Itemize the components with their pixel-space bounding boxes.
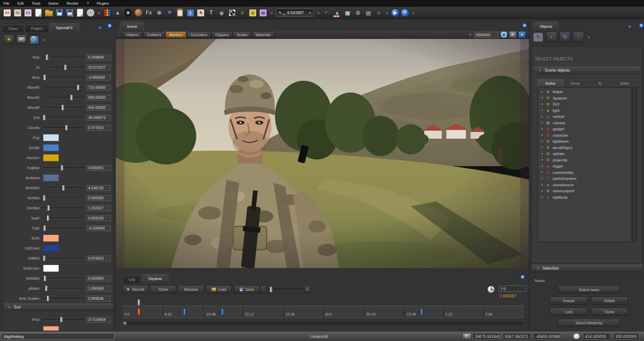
sun-param-value[interactable]: 37.514904 — [87, 317, 111, 323]
slider-handle[interactable] — [60, 317, 63, 323]
object-type-row-gadget[interactable]: ▼♟gadget — [538, 126, 631, 132]
world-tool-icon[interactable] — [29, 35, 40, 45]
disc-icon[interactable] — [86, 8, 95, 17]
slider-handle[interactable] — [46, 54, 49, 60]
object-type-row-character[interactable]: ▼♟character — [538, 132, 631, 139]
toolbar-overflow-icon[interactable]: » — [386, 10, 388, 15]
select-hierarchy-button[interactable]: Select Hierarchy — [558, 319, 620, 327]
scene-objects-header[interactable]: ▼ Scene objects — [534, 67, 640, 74]
save-as-icon[interactable]: As — [65, 8, 74, 17]
fx-param-value[interactable]: 0.000000 — [87, 195, 111, 201]
timeline-scrollbar[interactable] — [122, 321, 524, 326]
clone-button[interactable]: Clone — [591, 308, 628, 316]
object-type-row-helper[interactable]: ▼⚙helper — [538, 89, 631, 95]
s2-file-icon[interactable]: S2 — [3, 8, 12, 17]
select-arrow-icon[interactable]: ↖ — [533, 32, 544, 42]
selection-header[interactable]: ▼ Selection — [532, 265, 643, 272]
lock-button[interactable]: Lock — [550, 308, 587, 316]
expand-right-icon[interactable]: ▶ — [629, 24, 632, 29]
note-yellow-icon[interactable]: ▤ — [248, 8, 257, 17]
slider-handle[interactable] — [61, 105, 64, 111]
fx-param-color-swatch[interactable] — [43, 144, 59, 151]
expand-arrow-icon[interactable]: ▼ — [541, 146, 543, 149]
keyboard-icon[interactable]: ▤ — [364, 8, 373, 17]
undo-icon[interactable]: ↶ — [322, 8, 331, 17]
camera-tool-icon[interactable] — [16, 35, 27, 45]
tab-log[interactable]: Log — [122, 275, 141, 283]
new-file-icon[interactable] — [34, 8, 43, 17]
fx-param-value[interactable]: 0.999536 — [87, 296, 111, 301]
expand-arrow-icon[interactable]: ▼ — [541, 165, 543, 168]
detach-daytime-icon[interactable]: × — [520, 275, 525, 280]
fx-param-slider[interactable] — [43, 54, 84, 61]
fx-param-slider[interactable] — [43, 255, 84, 262]
clone-button[interactable]: Clone — [150, 285, 176, 293]
fx-param-value[interactable]: 0.093233 — [87, 215, 111, 221]
hierarchy-icon[interactable]: ╬ — [186, 8, 195, 17]
object-type-row-particlesystem[interactable]: ▼*particlesystem — [538, 176, 631, 182]
fx-param-slider[interactable] — [43, 124, 84, 131]
remove-button[interactable]: Remove — [178, 285, 204, 293]
menu-plugins[interactable]: Plugins — [97, 1, 109, 5]
slider-handle[interactable] — [43, 195, 46, 201]
fx-param-slider[interactable] — [43, 214, 84, 222]
snowflake-icon[interactable]: ❄ — [374, 8, 383, 17]
toolbar-overflow-icon[interactable]: » — [43, 37, 45, 42]
expand-arrow-icon[interactable]: ▼ — [541, 140, 543, 143]
slider-handle[interactable] — [47, 295, 50, 301]
tab-objects[interactable]: Objects — [533, 22, 558, 31]
status-key-input[interactable]: daytimekey — [1, 333, 114, 340]
object-type-row-trigger[interactable]: ▼◉trigger — [538, 163, 631, 169]
planet-icon[interactable] — [134, 8, 143, 17]
slider-handle[interactable] — [43, 225, 46, 231]
expand-arrow-icon[interactable]: ▼ — [541, 96, 543, 99]
rotate-icon[interactable]: ↻ — [559, 32, 571, 42]
menu-render[interactable]: Render — [66, 1, 78, 5]
flag-icon[interactable]: ⚑ — [165, 8, 174, 17]
filter-nodes-button[interactable]: Nodes — [233, 31, 251, 38]
object-type-row-decalobject[interactable]: ▼⚙decalObject — [538, 145, 631, 151]
expand-arrow-icon[interactable]: ▼ — [541, 196, 543, 199]
timeline-zoom-in-button[interactable]: + — [304, 286, 311, 293]
object-type-row-projectile[interactable]: ▼⚙projectile — [538, 157, 631, 163]
maximize-icon[interactable]: × — [518, 31, 526, 38]
slider-handle[interactable] — [44, 275, 47, 281]
fx-param-value[interactable]: 710.00000 — [87, 85, 111, 90]
expand-arrow-icon[interactable]: ▼ — [541, 134, 543, 137]
record-button[interactable]: Record — [122, 285, 148, 293]
timeline-zoom-out-button[interactable]: - — [260, 286, 267, 293]
sun-tool-icon[interactable]: ☀ — [3, 35, 14, 45]
fx-param-color-swatch[interactable] — [43, 245, 59, 252]
edit-notes-icon[interactable]: ✎ — [196, 8, 205, 17]
daytime-key-marker-orange[interactable] — [138, 308, 141, 315]
open-folder-icon[interactable] — [44, 8, 53, 17]
snapshot-camera-icon[interactable] — [509, 31, 517, 38]
fx-param-slider[interactable] — [43, 295, 84, 302]
expand-arrow-icon[interactable]: ▼ — [541, 183, 543, 186]
expand-arrow-icon[interactable]: ▼ — [541, 109, 543, 112]
daytime-key-marker-blue[interactable] — [221, 308, 224, 315]
text-tool-icon[interactable]: T — [207, 8, 216, 17]
fx-param-value[interactable]: 0.477015 — [87, 125, 111, 131]
sun-section-header[interactable]: ▼ Sun — [3, 303, 113, 311]
fx-param-color-swatch[interactable] — [43, 265, 59, 272]
save-button[interactable]: Save — [234, 285, 260, 293]
fx-param-slider[interactable] — [43, 84, 84, 91]
playback-speed-select[interactable]: ↖1x8.541667▼ — [276, 9, 314, 17]
note-purple-icon[interactable]: ▤ — [259, 8, 268, 17]
slider-handle[interactable] — [70, 94, 73, 100]
expand-arrow-icon[interactable]: ▼ — [541, 103, 543, 106]
menu-tools[interactable]: Tools — [32, 1, 41, 5]
clipboard-icon[interactable] — [175, 8, 184, 17]
fx-param-color-swatch[interactable] — [43, 174, 59, 182]
slider-handle[interactable] — [45, 285, 48, 291]
fx-param-slider[interactable] — [43, 114, 84, 121]
slider-handle[interactable] — [65, 125, 68, 131]
toolbar-overflow-icon[interactable]: » — [317, 10, 319, 15]
expand-arrow-icon[interactable]: ▼ — [541, 171, 543, 174]
detach-objects-icon[interactable]: × — [639, 23, 644, 28]
sun-param-slider[interactable] — [43, 316, 84, 323]
tab-daytime[interactable]: Daytime — [142, 274, 168, 283]
scrollbar-thumb[interactable] — [123, 322, 127, 325]
object-type-row-lightbeam[interactable]: ▼⚙lightbeam — [538, 138, 631, 145]
